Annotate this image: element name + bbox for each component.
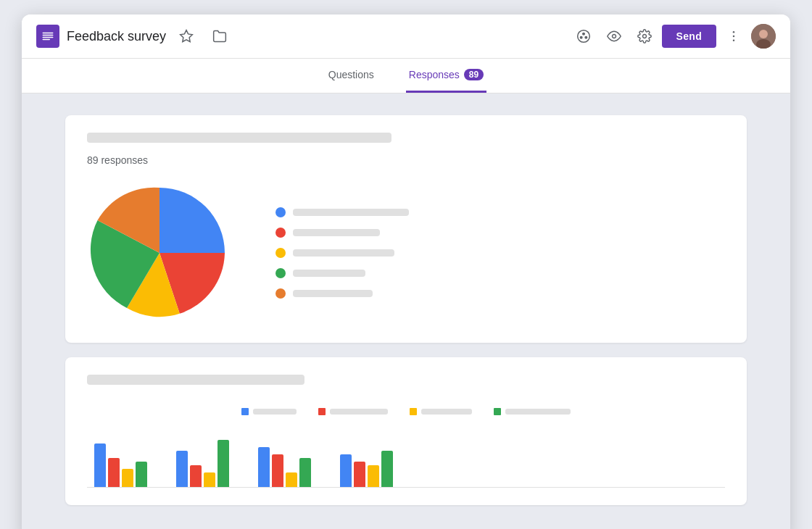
bar-group <box>340 451 393 487</box>
svg-point-5 <box>612 35 616 38</box>
bar-legend-label-3 <box>421 409 472 415</box>
legend-label-4 <box>293 270 365 277</box>
svg-point-8 <box>733 36 735 38</box>
bar-legend <box>87 408 725 415</box>
page-title: Feedback survey <box>67 29 166 44</box>
legend-dot-orange <box>276 288 286 299</box>
pie-svg <box>87 180 232 325</box>
send-button[interactable]: Send <box>662 25 716 48</box>
doc-icon <box>36 25 59 48</box>
bar-legend-item <box>410 408 472 415</box>
star-button[interactable] <box>173 23 199 49</box>
header: Feedback survey <box>22 14 790 59</box>
bar-legend-label-4 <box>505 409 571 415</box>
header-left: Feedback survey <box>36 23 571 49</box>
bar-legend-item <box>241 408 297 415</box>
pie-legend <box>276 207 725 299</box>
bar-legend-dot-yellow <box>410 408 417 415</box>
legend-item <box>276 268 725 278</box>
tab-responses[interactable]: Responses 89 <box>406 59 486 93</box>
legend-label-1 <box>293 209 409 216</box>
legend-label-2 <box>293 229 380 236</box>
chart-area <box>87 180 725 325</box>
svg-point-6 <box>642 35 646 38</box>
bar <box>299 458 311 487</box>
bar <box>108 458 120 487</box>
legend-dot-red <box>276 228 286 238</box>
more-button[interactable] <box>721 23 747 49</box>
pie-chart-card: 89 responses <box>65 115 747 343</box>
bar-legend-label-2 <box>330 409 388 415</box>
bar <box>190 465 202 487</box>
bar <box>272 454 283 487</box>
bar-legend-label-1 <box>253 409 297 415</box>
svg-point-7 <box>733 31 735 33</box>
bar-group <box>176 440 229 487</box>
content-area: 89 responses <box>22 93 790 529</box>
legend-dot-green <box>276 268 286 278</box>
responses-badge: 89 <box>464 69 484 80</box>
bar-group <box>258 447 311 487</box>
bar <box>122 469 133 487</box>
svg-point-3 <box>585 36 587 38</box>
settings-button[interactable] <box>631 23 658 49</box>
bar <box>94 443 106 487</box>
svg-point-11 <box>759 30 768 38</box>
question-title-skeleton <box>87 133 392 143</box>
bar <box>258 447 270 487</box>
svg-point-4 <box>580 36 582 38</box>
bar-legend-dot-green <box>494 408 501 415</box>
bar <box>286 472 297 487</box>
preview-button[interactable] <box>601 23 627 49</box>
tab-questions[interactable]: Questions <box>326 59 377 93</box>
header-right: Send <box>571 23 776 49</box>
bar <box>176 451 188 487</box>
bar-legend-dot-red <box>318 408 326 415</box>
legend-label-5 <box>293 290 373 297</box>
question-title-skeleton-2 <box>87 375 304 385</box>
bar <box>204 472 215 487</box>
bar <box>354 462 365 487</box>
svg-point-2 <box>582 33 584 35</box>
pie-chart <box>87 180 232 325</box>
legend-dot-yellow <box>276 248 286 258</box>
legend-dot-blue <box>276 207 286 217</box>
app-window: Feedback survey <box>22 14 790 529</box>
responses-count: 89 responses <box>87 154 725 166</box>
legend-item <box>276 288 725 299</box>
bar <box>218 440 229 487</box>
bar-group <box>94 443 147 487</box>
bar <box>368 465 379 487</box>
folder-button[interactable] <box>207 23 233 49</box>
svg-point-9 <box>733 40 735 42</box>
bar-chart-card <box>65 357 747 505</box>
tabs-bar: Questions Responses 89 <box>22 59 790 93</box>
bar-legend-dot-blue <box>241 408 249 415</box>
palette-button[interactable] <box>571 23 597 49</box>
bar-legend-item <box>494 408 571 415</box>
bar-legend-item <box>318 408 388 415</box>
legend-item <box>276 207 725 217</box>
bar-chart <box>87 430 725 488</box>
svg-point-1 <box>577 30 589 43</box>
avatar[interactable] <box>751 24 776 49</box>
svg-marker-0 <box>181 30 193 42</box>
bar <box>381 451 393 487</box>
legend-label-3 <box>293 249 394 257</box>
bar <box>340 454 352 487</box>
bar <box>136 462 147 487</box>
legend-item <box>276 248 725 258</box>
legend-item <box>276 228 725 238</box>
